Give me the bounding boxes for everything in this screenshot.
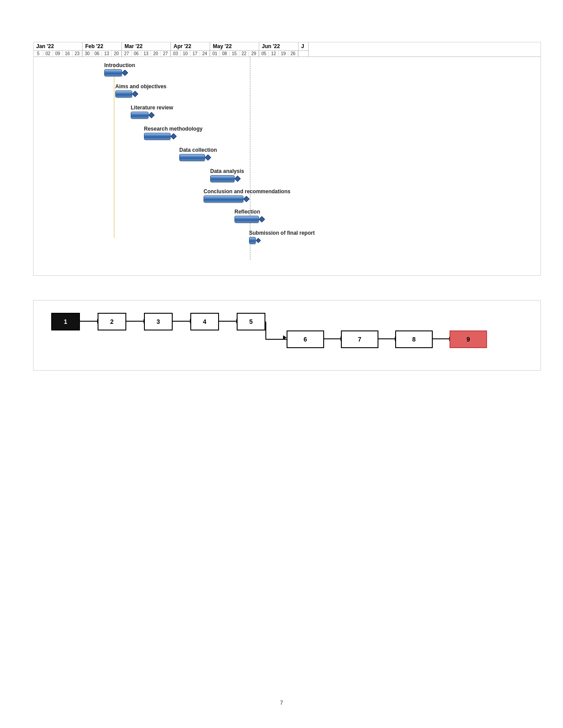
task-aims-label: Aims and objectives: [115, 83, 166, 90]
month-apr-label: Apr '22: [171, 42, 210, 51]
month-jun: Jun '22 05 12 19 26: [259, 42, 299, 56]
task-research-label: Research methodology: [144, 126, 203, 132]
week-cell: 01: [210, 51, 220, 56]
task-reflection-bar: [234, 216, 259, 223]
task-submission-bar: [249, 237, 256, 244]
month-mar: Mar '22 27 06 13 20 27: [122, 42, 171, 56]
flow-arrow-1-2: [80, 321, 98, 322]
week-cell: 27: [122, 51, 132, 56]
month-mar-label: Mar '22: [122, 42, 170, 51]
week-cell: 30: [83, 51, 92, 56]
task-aims-bar: [115, 90, 132, 98]
week-cell: 05: [259, 51, 269, 56]
week-cell: 24: [200, 51, 210, 56]
week-cell: 16: [63, 51, 72, 56]
task-submission: Submission of final report: [249, 230, 315, 244]
month-may-label: May '22: [210, 42, 259, 51]
task-introduction-label: Introduction: [104, 62, 135, 68]
flow-box-2-label: 2: [110, 318, 114, 325]
task-datacollection-bar: [179, 154, 205, 161]
flow-box-3: 3: [144, 313, 173, 330]
flow-box-6-label: 6: [304, 336, 307, 343]
task-aims: Aims and objectives: [115, 83, 166, 98]
flow-arrow-line: [173, 321, 190, 322]
task-conclusion-milestone: [243, 196, 249, 202]
task-aims-milestone: [132, 91, 138, 97]
week-cell: 22: [239, 51, 249, 56]
flow-box-9: 9: [450, 330, 487, 348]
week-cell: 15: [230, 51, 239, 56]
month-jun-label: Jun '22: [259, 42, 298, 51]
task-datacollection-milestone: [205, 154, 211, 161]
flow-box-7-label: 7: [358, 336, 362, 343]
week-cell: 17: [190, 51, 200, 56]
flow-box-8-label: 8: [412, 336, 416, 343]
task-literature-label: Literature review: [131, 105, 173, 111]
month-may: May '22 01 08 15 22 29: [210, 42, 259, 56]
month-jan-label: Jan '22: [34, 42, 82, 51]
week-cell: 20: [112, 51, 121, 56]
week-cell: 12: [269, 51, 279, 56]
flow-box-1-label: 1: [64, 318, 68, 325]
flow-box-6: 6: [287, 330, 324, 348]
gantt-header: Jan '22 5 02 09 16 23 Feb '22 30 06 13 2…: [34, 42, 540, 57]
flow-box-5-label: 5: [249, 318, 253, 325]
week-cell: 09: [53, 51, 63, 56]
month-feb-label: Feb '22: [83, 42, 121, 51]
week-cell: 13: [102, 51, 112, 56]
task-datacollection: Data collection: [179, 147, 217, 161]
flow-box-4: 4: [190, 313, 219, 330]
task-conclusion-bar: [204, 195, 243, 203]
flow-arrow-line: [126, 321, 144, 322]
task-literature: Literature review: [131, 105, 173, 119]
flowchart-section: 1 2 3 4: [33, 300, 541, 371]
week-cell: 06: [132, 51, 141, 56]
flow-box-3-label: 3: [157, 318, 160, 325]
week-cell: 13: [141, 51, 151, 56]
task-submission-milestone: [256, 238, 261, 243]
task-dataanalysis: Data analysis: [210, 168, 244, 182]
flow-box-4-label: 4: [203, 318, 207, 325]
week-cell: 27: [161, 51, 170, 56]
task-research: Research methodology: [144, 126, 203, 140]
flow-arrow-4-5: [219, 321, 237, 322]
week-cell: 03: [171, 51, 181, 56]
flow-arrow-line: [80, 321, 98, 322]
flow-box-8: 8: [395, 330, 433, 348]
page-number: 7: [280, 699, 283, 706]
month-jan: Jan '22 5 02 09 16 23: [34, 42, 83, 56]
flow-arrow-2-3: [126, 321, 144, 322]
week-cell: 08: [220, 51, 230, 56]
week-cell: 23: [72, 51, 82, 56]
flow-arrow-line: [378, 338, 395, 339]
week-cell: 10: [181, 51, 190, 56]
task-datacollection-label: Data collection: [179, 147, 217, 153]
task-reflection-label: Reflection: [234, 209, 264, 215]
week-cell: 29: [249, 51, 259, 56]
gantt-chart: Jan '22 5 02 09 16 23 Feb '22 30 06 13 2…: [33, 42, 541, 276]
task-conclusion-label: Conclusion and recommendations: [204, 188, 291, 195]
week-cell: 26: [288, 51, 298, 56]
week-cell: 5: [34, 51, 43, 56]
task-reflection: Reflection: [234, 209, 264, 223]
task-reflection-milestone: [259, 216, 265, 222]
task-literature-milestone: [148, 112, 155, 118]
flow-arrow-5-down: [265, 322, 266, 339]
flow-arrow-6-7: [324, 338, 341, 339]
flow-arrow-line: [324, 338, 341, 339]
today-line: [250, 57, 250, 260]
vertical-reference-line: [114, 64, 114, 238]
flow-arrowhead-5-6: [283, 335, 287, 340]
flow-arrow-8-9: [433, 338, 450, 339]
flow-box-1: 1: [51, 313, 80, 330]
task-literature-bar: [131, 112, 148, 119]
task-research-milestone: [170, 133, 177, 139]
flow-box-9-label: 9: [467, 336, 470, 343]
week-cell: 20: [151, 51, 161, 56]
task-conclusion: Conclusion and recommendations: [204, 188, 291, 203]
task-dataanalysis-bar: [210, 175, 234, 182]
flow-arrow-line: [433, 338, 450, 339]
task-introduction-bar: [104, 69, 122, 76]
task-introduction: Introduction: [104, 62, 135, 76]
task-dataanalysis-label: Data analysis: [210, 168, 244, 174]
